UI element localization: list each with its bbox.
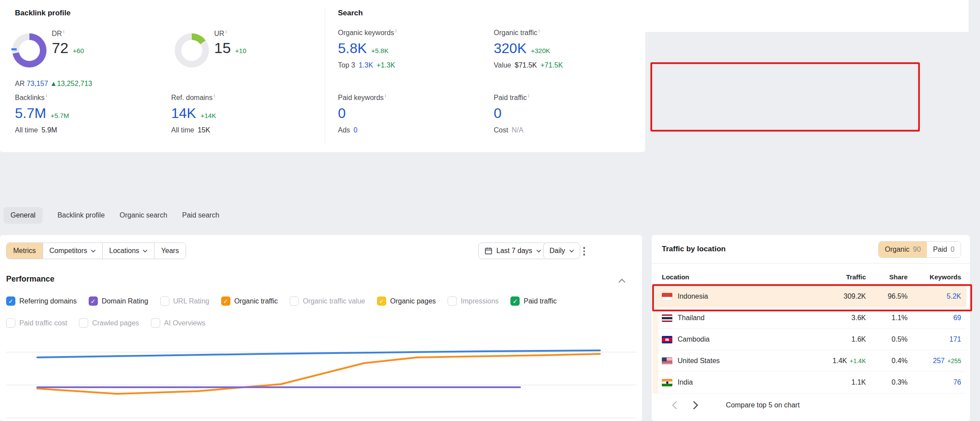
col-traffic: Traffic [800, 273, 866, 281]
collapse-chevron-up-icon[interactable] [618, 277, 626, 285]
metric-url-rating[interactable]: URL Rating [160, 296, 209, 306]
kebab-menu-icon[interactable] [580, 246, 588, 256]
metric-organic-traffic[interactable]: ✓Organic traffic [221, 296, 278, 306]
checkbox: ✓ [89, 296, 98, 306]
keywords-link[interactable]: 5.2K [947, 293, 961, 300]
metric-paid-traffic-cost[interactable]: Paid traffic cost [6, 318, 67, 328]
table-row-cambodia[interactable]: Cambodia 1.6K 0.5% 171 [655, 329, 966, 350]
keywords-link[interactable]: 69 [953, 314, 961, 321]
ur-stat: URi 15 +10 [214, 29, 246, 57]
ads-value-link[interactable]: 0 [354, 126, 358, 134]
location-table-header: Location Traffic Share Keywords [662, 270, 961, 283]
dr-delta: +60 [73, 47, 84, 54]
checkbox [151, 318, 160, 328]
traffic-by-location-panel: Traffic by location Organic90 Paid0 Loca… [652, 235, 970, 421]
segment-metrics[interactable]: Metrics [7, 243, 43, 259]
backlink-profile-title: Backlink profile [15, 9, 71, 18]
flag-cambodia-icon [662, 336, 672, 343]
ar-delta: ▲13,252,713 [50, 80, 92, 87]
performance-panel: Metrics Competitors Locations Years Last… [0, 235, 642, 421]
prev-page-icon[interactable] [671, 401, 677, 410]
info-icon[interactable]: i [538, 28, 539, 33]
performance-title: Performance [6, 275, 54, 284]
checkbox [448, 296, 457, 306]
checkbox: ✓ [510, 296, 520, 306]
performance-line-chart[interactable] [6, 346, 636, 421]
info-icon[interactable]: i [385, 93, 386, 98]
keywords-link[interactable]: 171 [949, 335, 961, 343]
next-page-icon[interactable] [693, 401, 699, 410]
top3-value-link[interactable]: 1.3K [359, 61, 373, 69]
checkbox: ✓ [221, 296, 230, 306]
chevron-down-icon [91, 250, 96, 253]
annotation-box-search-organic-metrics [650, 62, 920, 132]
flag-thailand-icon [662, 314, 672, 322]
ar-stat: AR 73,157 ▲13,252,713 [15, 80, 92, 88]
metric-organic-traffic-value[interactable]: Organic traffic value [290, 296, 365, 306]
checkbox [160, 296, 169, 306]
tab-organic-search[interactable]: Organic search [120, 207, 168, 224]
ref-domains-value-link[interactable]: 14K [171, 105, 196, 121]
paid-keywords-value-link[interactable]: 0 [338, 105, 346, 121]
date-range-dropdown[interactable]: Last 7 days [478, 243, 547, 259]
col-location: Location [662, 273, 800, 281]
backlinks-value-link[interactable]: 5.7M [15, 105, 46, 121]
table-row-india[interactable]: India 1.1K 0.3% 76 [655, 372, 966, 393]
checkbox: ✓ [6, 296, 15, 306]
table-row-united-states[interactable]: United States 1.4K+1.4K 0.4% 257+255 [655, 350, 966, 372]
traffic-by-location-title: Traffic by location [662, 245, 725, 253]
keywords-link[interactable]: 257 [933, 357, 945, 364]
tab-backlink-profile[interactable]: Backlink profile [57, 207, 105, 224]
info-icon[interactable]: i [214, 93, 215, 98]
paid-traffic-value-link[interactable]: 0 [494, 105, 502, 121]
metric-organic-pages[interactable]: ✓Organic pages [377, 296, 436, 306]
ar-value-link[interactable]: 73,157 [27, 80, 48, 87]
chevron-down-icon [569, 250, 574, 253]
metric-ai-overviews[interactable]: AI Overviews [151, 318, 205, 328]
info-icon[interactable]: i [63, 29, 64, 34]
table-row-thailand[interactable]: Thailand 3.6K 1.1% 69 [655, 307, 966, 329]
granularity-dropdown[interactable]: Daily [543, 243, 580, 259]
ur-donut-chart [175, 33, 209, 68]
ref-domains-stat: Ref. domainsi 14K +14K All time 15K [171, 93, 216, 134]
metric-toggles-row-2: Paid traffic cost Crawled pages AI Overv… [6, 318, 205, 328]
checkbox [79, 318, 88, 328]
granularity-label: Daily [549, 247, 565, 255]
organic-keywords-value-link[interactable]: 5.8K [338, 40, 367, 57]
metric-crawled-pages[interactable]: Crawled pages [79, 318, 139, 328]
chevron-down-icon [143, 250, 147, 253]
info-icon[interactable]: i [226, 29, 226, 34]
toggle-organic[interactable]: Organic90 [879, 242, 927, 257]
segment-years[interactable]: Years [154, 243, 185, 259]
col-keywords: Keywords [908, 273, 961, 281]
checkbox [6, 318, 15, 328]
backlinks-stat: Backlinksi 5.7M +5.7M All time 5.9M [15, 93, 69, 134]
info-icon[interactable]: i [528, 93, 529, 98]
date-range-label: Last 7 days [496, 247, 532, 255]
toggle-paid[interactable]: Paid0 [927, 242, 961, 257]
metric-paid-traffic[interactable]: ✓Paid traffic [510, 296, 556, 306]
segment-locations[interactable]: Locations [102, 243, 154, 259]
paid-keywords-stat: Paid keywordsi 0 Ads 0 [338, 93, 386, 134]
organic-traffic-stat: Organic traffici 320K +320K Value $71.5K… [494, 28, 563, 69]
info-icon[interactable]: i [46, 93, 47, 98]
info-icon[interactable]: i [395, 28, 396, 33]
metric-referring-domains[interactable]: ✓Referring domains [6, 296, 77, 306]
location-pagination: Compare top 5 on chart [671, 401, 800, 410]
checkbox [290, 296, 299, 306]
chart-mode-segmented-control: Metrics Competitors Locations Years [6, 243, 186, 259]
flag-india-icon [662, 379, 672, 386]
segment-competitors[interactable]: Competitors [43, 243, 102, 259]
metric-domain-rating[interactable]: ✓Domain Rating [89, 296, 148, 306]
organic-traffic-value-link[interactable]: 320K [494, 40, 527, 57]
tab-general[interactable]: General [4, 207, 43, 224]
keywords-link[interactable]: 76 [953, 378, 961, 386]
table-row-indonesia[interactable]: Indonesia 309.2K 96.5% 5.2K [655, 286, 966, 307]
tab-paid-search[interactable]: Paid search [182, 207, 219, 224]
dr-donut-chart [12, 33, 47, 68]
metric-impressions[interactable]: Impressions [448, 296, 499, 306]
paid-traffic-stat: Paid traffici 0 Cost N/A [494, 93, 529, 134]
compare-top5-link[interactable]: Compare top 5 on chart [726, 401, 800, 409]
dr-stat: DRi 72 +60 [52, 29, 84, 57]
checkbox: ✓ [377, 296, 386, 306]
